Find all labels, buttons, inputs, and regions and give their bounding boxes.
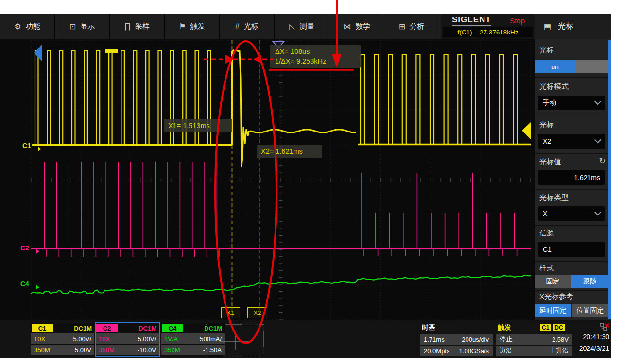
trigger-source-badge: C1DC <box>538 323 565 331</box>
source-field[interactable]: C1 <box>538 242 605 257</box>
toggle-on-state[interactable]: on <box>535 60 575 73</box>
brand-status-box: SIGLENT Stop f(C1) = 27.37618kHz <box>441 14 535 39</box>
inverse-delta-x-value: 1/ΔX= 9.258kHz <box>275 57 361 65</box>
trigger-mode: 停止 <box>500 335 512 344</box>
gear-icon: ⚙ <box>14 22 21 31</box>
menu-acquire[interactable]: ∏ 采样 <box>110 14 165 39</box>
c1-scale-row: 10X 5.00V/ <box>31 333 94 344</box>
waveform-svg[interactable] <box>0 39 535 320</box>
c2-position-marker[interactable]: C2 <box>20 244 29 252</box>
c1-probe: 10X <box>34 335 45 343</box>
c4-probe: 1V/A <box>164 335 178 343</box>
source-label: 信源 <box>539 229 554 238</box>
c1-offset-row: 350M 5.00V <box>31 345 94 355</box>
cursor-type-value: X <box>543 210 547 217</box>
c2-scale: 5.00V/ <box>138 335 156 343</box>
trigger-type: 边沿 <box>500 347 512 355</box>
panel-scrollbar[interactable] <box>608 40 611 319</box>
menu-math-label: 数学 <box>356 22 370 31</box>
refresh-icon[interactable]: ↻ <box>599 156 605 165</box>
menu-analysis[interactable]: ⊞ 分析 <box>384 14 439 39</box>
navigator-crosshair-icon <box>206 325 263 356</box>
timebase-scale: 200us/div <box>462 336 489 343</box>
timebase-rate: 1.00GSa/s <box>459 347 489 355</box>
ruler-icon: ◺ <box>289 22 295 31</box>
menu-analysis-label: 分析 <box>410 22 424 31</box>
trigger-slope: 上升沿 <box>550 347 569 355</box>
bottom-status-bar: C1 DC1M 10X 5.00V/ 350M 5.00V C2 DC1M 10… <box>0 320 611 358</box>
flag-icon: ⚑ <box>179 22 186 31</box>
trigger-type-row: 边沿 上升沿 <box>496 346 572 356</box>
trigger-mode-row: 停止 2.58V <box>496 334 572 345</box>
menu-math[interactable]: ⋈ 数学 <box>329 14 384 39</box>
clipboard-icon: ▤ <box>544 22 551 31</box>
menu-measure[interactable]: ◺ 测量 <box>275 14 329 39</box>
c1-bandwidth: 350M <box>34 347 50 354</box>
menu-cursors[interactable]: # 光标 <box>220 14 275 39</box>
divider <box>535 261 608 262</box>
cursor-select-value: X2 <box>543 137 551 145</box>
frequency-counter-readout: f(C1) = 27.37618kHz <box>443 27 533 37</box>
math-icon: ⋈ <box>344 22 351 31</box>
x2-cursor-readout: X2= 1.621ms <box>257 145 322 158</box>
cursor-type-dropdown[interactable]: X <box>538 206 605 221</box>
cursor-value-input[interactable]: 1.621ms <box>538 170 605 185</box>
timebase-delay: 1.71ms <box>424 336 445 343</box>
menu-function-label: 功能 <box>26 22 40 31</box>
waveform-navigator[interactable] <box>206 324 264 356</box>
x-cursor-reference-label: X光标参考 <box>539 292 573 301</box>
crosshair-grid-icon: # <box>235 22 240 31</box>
cursor-mode-value: 手动 <box>543 99 556 107</box>
divider <box>417 322 417 356</box>
sampling-icon: ∏ <box>124 22 131 31</box>
chevron-down-icon <box>594 136 601 143</box>
c2-offset: -10.0V <box>138 347 156 354</box>
xref-position-fixed-button[interactable]: 位置固定 <box>572 304 608 317</box>
x2-cursor-handle[interactable]: X2 <box>247 307 267 318</box>
waveform-display-area[interactable]: ΔX= 108us 1/ΔX= 9.258kHz X1= 1.513ms X2=… <box>0 39 535 320</box>
toggle-off-state[interactable] <box>575 60 608 73</box>
menu-measure-label: 测量 <box>300 22 314 31</box>
style-label: 样式 <box>539 264 554 273</box>
xref-delay-fixed-button[interactable]: 延时固定 <box>535 304 571 317</box>
c1-coupling: DC1M <box>74 325 92 332</box>
cursor-type-label: 光标类型 <box>539 193 569 202</box>
c1-offset: 5.00V <box>75 347 91 354</box>
menu-trigger[interactable]: ⚑ 触发 <box>165 14 220 39</box>
channel-c2-box[interactable]: C2 DC1M 10X 5.00V/ 350M -10.0V <box>96 323 159 356</box>
style-fixed-button[interactable]: 固定 <box>535 275 571 288</box>
menu-display[interactable]: ⊡ 显示 <box>55 14 110 39</box>
menu-function[interactable]: ⚙ 功能 <box>0 14 55 39</box>
menu-display-label: 显示 <box>80 22 95 31</box>
x1-cursor-handle[interactable]: X1 <box>221 307 240 318</box>
run-state-badge[interactable]: Stop <box>510 17 525 25</box>
trigger-level: 2.58V <box>552 336 569 343</box>
style-follow-button[interactable]: 跟随 <box>571 275 608 288</box>
menu-trigger-label: 触发 <box>190 22 205 31</box>
cursor-select-label: 光标 <box>539 120 554 130</box>
x1-cursor-readout: X1= 1.513ms <box>164 119 232 132</box>
oscilloscope-screen: ⚙ 功能 ⊡ 显示 ∏ 采样 ⚑ 触发 # 光标 ◺ 测量 ⋈ 数学 ⊞ 分析 <box>0 0 622 364</box>
c1-scale: 5.00V/ <box>73 335 91 343</box>
cursor-select-dropdown[interactable]: X2 <box>538 134 605 149</box>
cursor-delta-readout: ΔX= 108us 1/ΔX= 9.258kHz <box>270 45 361 68</box>
c1-position-marker[interactable]: C1 <box>22 142 31 149</box>
cursor-on-off-toggle[interactable]: on <box>535 60 608 73</box>
clock-time: 20:41:30 <box>574 333 609 341</box>
delta-x-value: ΔX= 108us <box>275 48 361 55</box>
channel-c1-box[interactable]: C1 DC1M 10X 5.00V/ 350M 5.00V <box>31 323 94 356</box>
cursor-mode-label: 光标模式 <box>539 82 569 91</box>
timebase-label: 时基 <box>422 323 435 332</box>
cursor-mode-dropdown[interactable]: 手动 <box>538 96 605 110</box>
lan-disconnected-icon[interactable] <box>599 322 610 332</box>
c4-bandwidth: 350M <box>164 347 180 354</box>
timebase-memory-row: 20.0Mpts 1.00GSa/s <box>420 346 493 356</box>
chevron-down-icon <box>594 98 601 105</box>
brand-logo: SIGLENT <box>452 15 491 26</box>
c2-offset-row: 350M -10.0V <box>96 345 159 355</box>
c2-coupling: DC1M <box>138 325 156 332</box>
panel-title: 光标 <box>558 21 573 32</box>
c4-position-marker[interactable]: C4 <box>20 280 29 288</box>
divider <box>535 116 608 116</box>
divider <box>535 290 608 291</box>
